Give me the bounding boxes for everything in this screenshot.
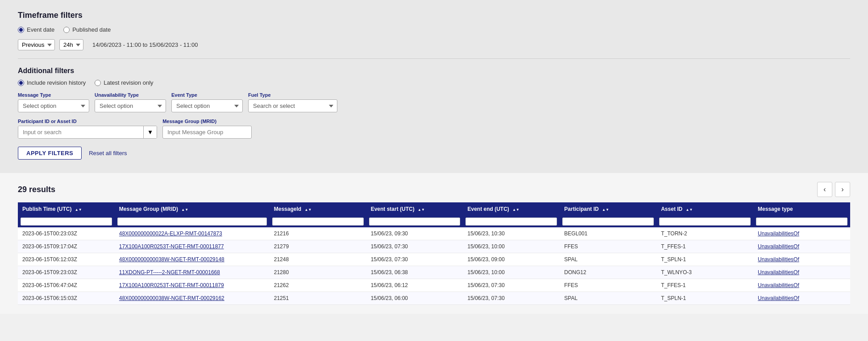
cell-message-group[interactable]: 48X000000000022A-ELXP-RMT-00147873 <box>115 227 270 240</box>
cell-message-group[interactable]: 17X100A100R0253T-NGET-RMT-00011879 <box>115 279 270 292</box>
table-header-row: Publish Time (UTC) ▲▼ Message Group (MRI… <box>18 202 850 216</box>
timeframe-filters: Timeframe filters Event date Published d… <box>18 11 850 50</box>
results-table: Publish Time (UTC) ▲▼ Message Group (MRI… <box>18 202 850 305</box>
cell-message-group[interactable]: 48X000000000038W-NGET-RMT-00029148 <box>115 253 270 266</box>
cell-message-type[interactable]: UnavailabilitiesOf <box>753 279 850 292</box>
cell-event-end: 15/06/23, 10:00 <box>463 240 560 253</box>
timeframe-row: Previous 24h 48h 72h 1w 14/06/2023 - 11:… <box>18 39 850 50</box>
col-message-id[interactable]: MessageId ▲▼ <box>270 202 366 216</box>
cell-message-group[interactable]: 48X000000000038W-NGET-RMT-00029162 <box>115 292 270 305</box>
participant-input[interactable] <box>18 126 143 138</box>
cell-asset-id: T_SPLN-1 <box>656 253 753 266</box>
filter-message-id[interactable] <box>272 218 364 226</box>
cell-message-type[interactable]: UnavailabilitiesOf <box>753 227 850 240</box>
unavailability-type-label: Unavailability Type <box>95 92 166 98</box>
duration-select[interactable]: 24h 48h 72h 1w <box>59 39 83 50</box>
event-date-radio-label[interactable]: Event date <box>18 26 54 33</box>
unavailability-type-select[interactable]: Select option <box>95 99 166 112</box>
table-row: 2023-06-15T06:47:04Z 17X100A100R0253T-NG… <box>18 279 850 292</box>
cell-message-type[interactable]: UnavailabilitiesOf <box>753 266 850 279</box>
cell-participant-id: DONG12 <box>560 266 656 279</box>
results-header: 29 results ‹ › <box>18 182 850 197</box>
col-event-start[interactable]: Event start (UTC) ▲▼ <box>366 202 463 216</box>
cell-event-start: 15/06/23, 07:30 <box>366 253 463 266</box>
filter-event-end[interactable] <box>465 218 557 226</box>
include-revision-radio-label[interactable]: Include revision history <box>18 79 86 86</box>
timeframe-range: 14/06/2023 - 11:00 to 15/06/2023 - 11:00 <box>92 41 198 48</box>
cell-message-type[interactable]: UnavailabilitiesOf <box>753 253 850 266</box>
table-row: 2023-06-15T09:17:04Z 17X100A100R0253T-NG… <box>18 240 850 253</box>
message-group-input[interactable] <box>162 126 252 139</box>
results-count: 29 results <box>18 185 55 194</box>
pagination-controls: ‹ › <box>817 182 850 197</box>
table-body: 2023-06-15T00:23:03Z 48X000000000022A-EL… <box>18 227 850 305</box>
filter-asset-id[interactable] <box>659 218 751 226</box>
message-group-group: Message Group (MRID) <box>162 119 252 139</box>
button-row: APPLY FILTERS Reset all filters <box>18 147 850 160</box>
published-date-radio[interactable] <box>63 27 70 33</box>
table-row: 2023-06-15T00:23:03Z 48X000000000022A-EL… <box>18 227 850 240</box>
filter-event-start[interactable] <box>369 218 461 226</box>
filter-message-group[interactable] <box>117 218 267 226</box>
participant-label: Participant ID or Asset ID <box>18 119 157 124</box>
cell-event-start: 15/06/23, 09:30 <box>366 227 463 240</box>
next-page-button[interactable]: › <box>835 182 850 197</box>
cell-event-end: 15/06/23, 10:00 <box>463 266 560 279</box>
event-type-group: Event Type Select option <box>171 92 243 112</box>
prev-page-button[interactable]: ‹ <box>817 182 832 197</box>
cell-message-id: 21280 <box>270 266 366 279</box>
cell-asset-id: T_WLNYO-3 <box>656 266 753 279</box>
cell-asset-id: T_FFES-1 <box>656 279 753 292</box>
cell-message-id: 21279 <box>270 240 366 253</box>
cell-publish-time: 2023-06-15T09:23:03Z <box>18 266 115 279</box>
filter-row-2: Participant ID or Asset ID ▼ Message Gro… <box>18 119 850 139</box>
previous-select[interactable]: Previous <box>18 39 55 50</box>
col-asset-id[interactable]: Asset ID ▲▼ <box>656 202 753 216</box>
section-divider <box>18 58 850 59</box>
cell-asset-id: T_TORN-2 <box>656 227 753 240</box>
cell-participant-id: FFES <box>560 240 656 253</box>
col-event-end[interactable]: Event end (UTC) ▲▼ <box>463 202 560 216</box>
cell-event-start: 15/06/23, 06:12 <box>366 279 463 292</box>
cell-message-group[interactable]: 17X100A100R0253T-NGET-RMT-00011877 <box>115 240 270 253</box>
filter-participant-id[interactable] <box>562 218 654 226</box>
cell-message-type[interactable]: UnavailabilitiesOf <box>753 292 850 305</box>
cell-event-end: 15/06/23, 07:30 <box>463 279 560 292</box>
filter-message-type[interactable] <box>756 218 847 226</box>
timeframe-radio-group: Event date Published date <box>18 26 850 33</box>
cell-message-group[interactable]: 11XDONG-PT-----2-NGET-RMT-00001668 <box>115 266 270 279</box>
cell-message-id: 21216 <box>270 227 366 240</box>
include-revision-radio[interactable] <box>18 80 24 86</box>
cell-event-end: 15/06/23, 09:00 <box>463 253 560 266</box>
cell-publish-time: 2023-06-15T06:15:03Z <box>18 292 115 305</box>
cell-participant-id: SPAL <box>560 292 656 305</box>
latest-revision-radio[interactable] <box>95 80 101 86</box>
cell-message-id: 21248 <box>270 253 366 266</box>
col-message-type[interactable]: Message type <box>753 202 850 216</box>
cell-event-start: 15/06/23, 06:38 <box>366 266 463 279</box>
message-group-label: Message Group (MRID) <box>162 119 252 124</box>
revision-radio-group: Include revision history Latest revision… <box>18 79 850 86</box>
cell-message-type[interactable]: UnavailabilitiesOf <box>753 240 850 253</box>
published-date-radio-label[interactable]: Published date <box>63 26 111 33</box>
col-publish-time[interactable]: Publish Time (UTC) ▲▼ <box>18 202 115 216</box>
cell-publish-time: 2023-06-15T09:17:04Z <box>18 240 115 253</box>
message-type-select[interactable]: Select option <box>18 99 89 112</box>
col-message-group[interactable]: Message Group (MRID) ▲▼ <box>115 202 270 216</box>
col-participant-id[interactable]: Participant ID ▲▼ <box>560 202 656 216</box>
filter-publish-time[interactable] <box>21 218 112 226</box>
participant-group: Participant ID or Asset ID ▼ <box>18 119 157 139</box>
apply-filters-button[interactable]: APPLY FILTERS <box>18 147 82 160</box>
additional-filters: Additional filters Include revision hist… <box>18 67 850 160</box>
reset-filters-link[interactable]: Reset all filters <box>89 150 127 156</box>
unavailability-type-group: Unavailability Type Select option <box>95 92 166 112</box>
filters-section: Timeframe filters Event date Published d… <box>0 0 868 173</box>
additional-filters-title: Additional filters <box>18 67 850 75</box>
event-type-select[interactable]: Select option <box>171 99 243 112</box>
message-type-label: Message Type <box>18 92 89 98</box>
participant-dropdown-btn[interactable]: ▼ <box>143 126 157 138</box>
cell-asset-id: T_FFES-1 <box>656 240 753 253</box>
fuel-type-select[interactable]: Search or select <box>248 99 337 112</box>
latest-revision-radio-label[interactable]: Latest revision only <box>95 79 153 86</box>
event-date-radio[interactable] <box>18 27 24 33</box>
